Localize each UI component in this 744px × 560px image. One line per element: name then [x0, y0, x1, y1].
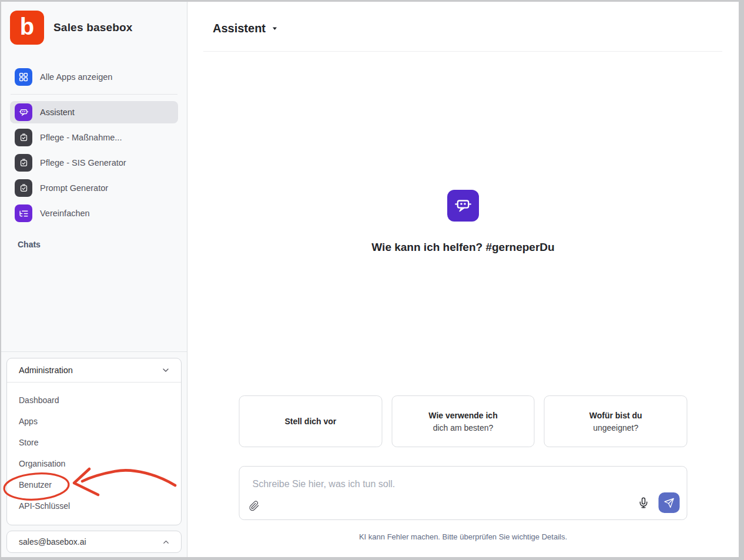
brand[interactable]: b Sales basebox	[1, 2, 187, 45]
admin-item-organisation[interactable]: Organisation	[7, 453, 181, 474]
sidebar-item-label: Pflege - Maßnahme...	[40, 133, 122, 142]
chevron-down-icon	[161, 365, 170, 375]
chats-section-label: Chats	[18, 240, 187, 249]
clipboard-check-icon	[15, 154, 32, 172]
header-divider	[203, 51, 722, 52]
sidebar-bottom-section: Administration Dashboard Apps Store Orga…	[1, 351, 187, 557]
divider	[11, 94, 177, 95]
sidebar-item-pflege-sis-generator[interactable]: Pflege - SIS Generator	[10, 152, 178, 174]
admin-item-store[interactable]: Store	[7, 432, 181, 453]
suggestion-cards: Stell dich vor Wie verwende ich dich am …	[239, 395, 688, 447]
suggestion-card-wie-verwende-ich[interactable]: Wie verwende ich dich am besten?	[391, 395, 535, 447]
message-input[interactable]	[252, 478, 581, 490]
sidebar-item-vereinfachen[interactable]: Vereinfachen	[10, 202, 178, 224]
sidebar-item-label: Assistent	[40, 108, 75, 117]
suggestion-line1: Wie verwende ich	[428, 411, 497, 420]
sidebar-item-assistent[interactable]: Assistent	[10, 101, 178, 123]
suggestion-card-wofuer-bist-du[interactable]: Wofür bist du ungeeignet?	[544, 395, 688, 447]
account-email: sales@basebox.ai	[19, 537, 86, 546]
admin-item-apps[interactable]: Apps	[7, 411, 181, 432]
suggestion-line2: ungeeignet?	[593, 423, 638, 432]
robot-chat-icon	[447, 190, 479, 222]
list-tree-icon	[15, 204, 32, 222]
ai-disclaimer: KI kann Fehler machen. Bitte überprüfen …	[187, 532, 739, 541]
paper-plane-icon	[664, 498, 675, 508]
grid-icon	[15, 68, 32, 86]
send-button[interactable]	[659, 492, 680, 513]
all-apps-label: Alle Apps anzeigen	[40, 72, 112, 82]
account-menu[interactable]: sales@basebox.ai	[6, 531, 182, 553]
paperclip-icon	[249, 501, 260, 511]
sidebar-item-label: Prompt Generator	[40, 183, 108, 193]
app-window: b Sales basebox Alle Apps anzeigen	[1, 2, 739, 557]
admin-item-benutzer[interactable]: Benutzer	[7, 474, 181, 495]
suggestion-card-stell-dich-vor[interactable]: Stell dich vor	[239, 395, 383, 447]
sidebar-item-label: Vereinfachen	[40, 209, 90, 218]
sidebar: b Sales basebox Alle Apps anzeigen	[1, 2, 187, 557]
suggestion-line2: dich am besten?	[433, 423, 494, 432]
main-content: Assistent Wie kann ich helfen? #gerneper…	[187, 2, 739, 557]
admin-item-dashboard[interactable]: Dashboard	[7, 390, 181, 411]
suggestion-line1: Wofür bist du	[589, 411, 642, 420]
suggestion-line1: Stell dich vor	[284, 417, 336, 426]
sidebar-item-label: Pflege - SIS Generator	[40, 158, 126, 167]
robot-chat-icon	[15, 103, 32, 121]
caret-down-icon	[271, 25, 279, 32]
page-title: Assistent	[213, 22, 266, 35]
all-apps-button[interactable]: Alle Apps anzeigen	[10, 66, 178, 88]
brand-logo[interactable]: b	[10, 11, 44, 45]
hero-heading: Wie kann ich helfen? #gerneperDu	[187, 241, 739, 254]
admin-item-api-schluessel[interactable]: API-Schlüssel	[7, 495, 181, 517]
administration-menu: Dashboard Apps Store Organisation Benutz…	[7, 383, 181, 525]
chevron-up-icon	[162, 538, 170, 546]
administration-title: Administration	[19, 365, 73, 375]
administration-panel: Administration Dashboard Apps Store Orga…	[6, 358, 182, 525]
clipboard-check-icon	[15, 129, 32, 146]
hero: Wie kann ich helfen? #gerneperDu	[187, 190, 739, 254]
assistant-title-dropdown[interactable]: Assistent	[187, 2, 279, 35]
clipboard-check-icon	[15, 179, 32, 197]
composer-actions	[638, 492, 680, 513]
microphone-icon[interactable]	[638, 497, 650, 509]
sidebar-item-pflege-massnahme[interactable]: Pflege - Maßnahme...	[10, 126, 178, 149]
message-composer	[239, 466, 688, 520]
attach-file-button[interactable]	[249, 501, 260, 511]
brand-name: Sales basebox	[53, 21, 133, 34]
app-list: Assistent Pflege - Maßnahme...	[1, 101, 187, 224]
administration-toggle[interactable]: Administration	[7, 358, 181, 383]
sidebar-item-prompt-generator[interactable]: Prompt Generator	[10, 177, 178, 199]
